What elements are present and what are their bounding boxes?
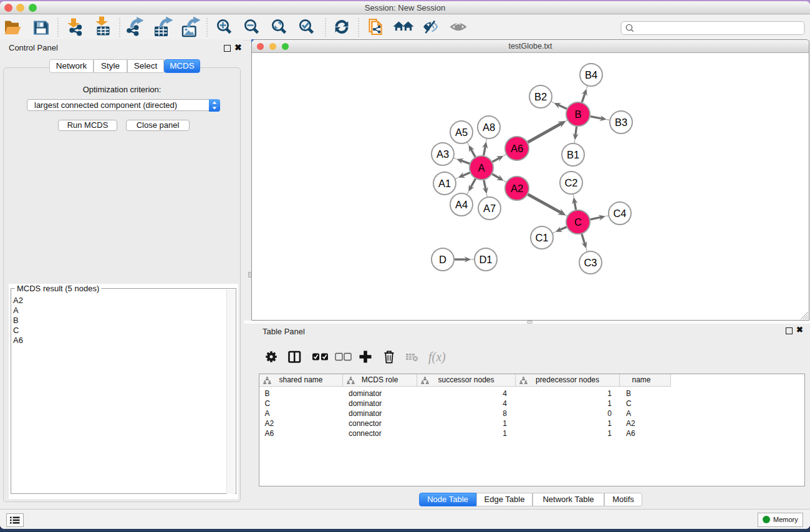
svg-text:C4: C4 — [613, 208, 626, 219]
svg-text:A2: A2 — [511, 183, 523, 194]
svg-text:D1: D1 — [479, 254, 492, 265]
svg-text:C2: C2 — [564, 177, 577, 188]
svg-text:A7: A7 — [483, 203, 496, 214]
svg-text:Memory: Memory — [773, 516, 798, 523]
svg-text:A3: A3 — [436, 148, 449, 160]
svg-text:A4: A4 — [455, 199, 468, 210]
svg-text:A1: A1 — [438, 178, 451, 189]
svg-text:A: A — [478, 162, 485, 173]
svg-text:B: B — [574, 109, 581, 120]
svg-text:B4: B4 — [585, 69, 597, 80]
svg-text:B2: B2 — [534, 91, 547, 102]
svg-text:A8: A8 — [483, 122, 495, 133]
svg-text:C3: C3 — [584, 257, 597, 268]
svg-text:B1: B1 — [567, 149, 579, 160]
svg-text:A5: A5 — [455, 127, 468, 138]
svg-text:C1: C1 — [535, 232, 548, 243]
svg-text:A6: A6 — [511, 143, 523, 154]
svg-text:C: C — [574, 216, 582, 228]
svg-text:B3: B3 — [615, 117, 627, 128]
svg-text:D: D — [439, 254, 446, 265]
svg-text:f(x): f(x) — [428, 350, 446, 364]
